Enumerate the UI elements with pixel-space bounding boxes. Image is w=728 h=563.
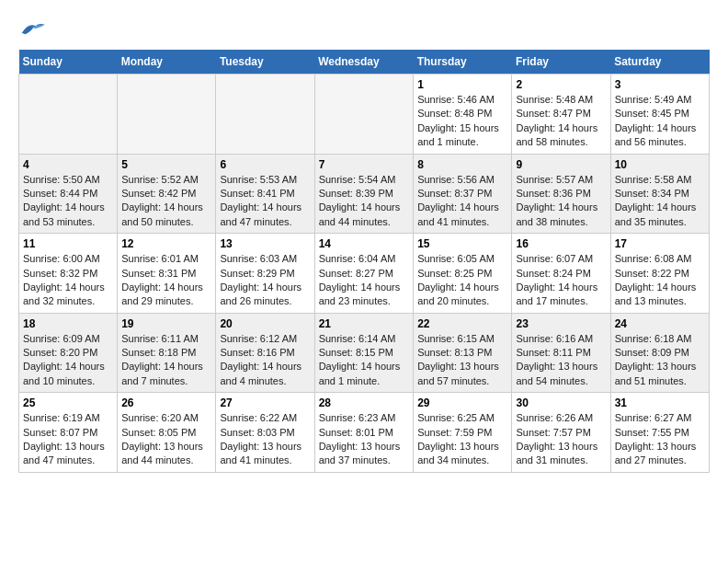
day-info: Sunrise: 6:16 AM Sunset: 8:11 PM Dayligh… [516,332,606,389]
weekday-header-monday: Monday [118,50,216,75]
day-info: Sunrise: 6:18 AM Sunset: 8:09 PM Dayligh… [615,332,705,389]
day-info: Sunrise: 6:08 AM Sunset: 8:22 PM Dayligh… [615,252,705,309]
calendar-day: 12Sunrise: 6:01 AM Sunset: 8:31 PM Dayli… [118,234,216,314]
calendar-day: 28Sunrise: 6:23 AM Sunset: 8:01 PM Dayli… [314,393,414,473]
day-info: Sunrise: 6:19 AM Sunset: 8:07 PM Dayligh… [23,411,113,468]
day-number: 4 [23,158,113,171]
calendar-table: SundayMondayTuesdayWednesdayThursdayFrid… [18,50,710,473]
calendar-day: 11Sunrise: 6:00 AM Sunset: 8:32 PM Dayli… [19,234,118,314]
calendar-day: 6Sunrise: 5:53 AM Sunset: 8:41 PM Daylig… [216,154,314,234]
day-info: Sunrise: 6:25 AM Sunset: 7:59 PM Dayligh… [417,411,507,468]
day-number: 2 [516,78,606,91]
day-info: Sunrise: 6:03 AM Sunset: 8:29 PM Dayligh… [220,252,310,309]
calendar-week-4: 18Sunrise: 6:09 AM Sunset: 8:20 PM Dayli… [19,313,710,393]
day-number: 31 [615,396,705,409]
calendar-day: 16Sunrise: 6:07 AM Sunset: 8:24 PM Dayli… [512,234,610,314]
weekday-header-thursday: Thursday [414,50,512,75]
calendar-day: 24Sunrise: 6:18 AM Sunset: 8:09 PM Dayli… [610,313,709,393]
calendar-day: 2Sunrise: 5:48 AM Sunset: 8:47 PM Daylig… [512,75,610,155]
calendar-day: 21Sunrise: 6:14 AM Sunset: 8:15 PM Dayli… [314,313,414,393]
weekday-header-saturday: Saturday [610,50,709,75]
day-number: 13 [220,237,310,250]
calendar-day: 17Sunrise: 6:08 AM Sunset: 8:22 PM Dayli… [610,234,709,314]
day-number: 15 [417,237,507,250]
day-number: 12 [121,237,211,250]
day-number: 21 [319,317,410,330]
day-info: Sunrise: 5:48 AM Sunset: 8:47 PM Dayligh… [516,93,606,150]
calendar-day: 29Sunrise: 6:25 AM Sunset: 7:59 PM Dayli… [414,393,512,473]
day-number: 16 [516,237,606,250]
day-info: Sunrise: 6:11 AM Sunset: 8:18 PM Dayligh… [121,332,211,389]
day-info: Sunrise: 5:56 AM Sunset: 8:37 PM Dayligh… [417,173,507,230]
calendar-day: 19Sunrise: 6:11 AM Sunset: 8:18 PM Dayli… [118,313,216,393]
calendar-day: 1Sunrise: 5:46 AM Sunset: 8:48 PM Daylig… [414,75,512,155]
day-number: 29 [417,396,507,409]
day-number: 6 [220,158,310,171]
day-number: 8 [417,158,507,171]
calendar-day: 31Sunrise: 6:27 AM Sunset: 7:55 PM Dayli… [610,393,709,473]
day-number: 14 [319,237,410,250]
day-number: 9 [516,158,606,171]
weekday-header-friday: Friday [512,50,610,75]
day-number: 26 [121,396,211,409]
day-info: Sunrise: 6:26 AM Sunset: 7:57 PM Dayligh… [516,411,606,468]
day-number: 10 [615,158,705,171]
calendar-day [19,75,118,155]
calendar-day: 23Sunrise: 6:16 AM Sunset: 8:11 PM Dayli… [512,313,610,393]
calendar-day [314,75,414,155]
day-number: 17 [615,237,705,250]
day-info: Sunrise: 5:46 AM Sunset: 8:48 PM Dayligh… [417,93,507,150]
calendar-week-3: 11Sunrise: 6:00 AM Sunset: 8:32 PM Dayli… [19,234,710,314]
day-number: 3 [615,78,705,91]
day-number: 23 [516,317,606,330]
day-number: 5 [121,158,211,171]
day-info: Sunrise: 6:12 AM Sunset: 8:16 PM Dayligh… [220,332,310,389]
calendar-day: 15Sunrise: 6:05 AM Sunset: 8:25 PM Dayli… [414,234,512,314]
calendar-day: 25Sunrise: 6:19 AM Sunset: 8:07 PM Dayli… [19,393,118,473]
weekday-header-wednesday: Wednesday [314,50,414,75]
day-info: Sunrise: 5:53 AM Sunset: 8:41 PM Dayligh… [220,173,310,230]
day-info: Sunrise: 6:04 AM Sunset: 8:27 PM Dayligh… [319,252,410,309]
day-number: 24 [615,317,705,330]
calendar-day: 27Sunrise: 6:22 AM Sunset: 8:03 PM Dayli… [216,393,314,473]
day-info: Sunrise: 6:27 AM Sunset: 7:55 PM Dayligh… [615,411,705,468]
day-info: Sunrise: 6:15 AM Sunset: 8:13 PM Dayligh… [417,332,507,389]
weekday-header-row: SundayMondayTuesdayWednesdayThursdayFrid… [19,50,710,75]
day-info: Sunrise: 6:14 AM Sunset: 8:15 PM Dayligh… [319,332,410,389]
day-info: Sunrise: 6:07 AM Sunset: 8:24 PM Dayligh… [516,252,606,309]
calendar-day: 9Sunrise: 5:57 AM Sunset: 8:36 PM Daylig… [512,154,610,234]
calendar-day: 4Sunrise: 5:50 AM Sunset: 8:44 PM Daylig… [19,154,118,234]
day-info: Sunrise: 6:09 AM Sunset: 8:20 PM Dayligh… [23,332,113,389]
calendar-day [216,75,314,155]
day-number: 20 [220,317,310,330]
day-number: 27 [220,396,310,409]
calendar-day: 14Sunrise: 6:04 AM Sunset: 8:27 PM Dayli… [314,234,414,314]
day-number: 30 [516,396,606,409]
day-info: Sunrise: 6:20 AM Sunset: 8:05 PM Dayligh… [121,411,211,468]
calendar-day: 10Sunrise: 5:58 AM Sunset: 8:34 PM Dayli… [610,154,709,234]
calendar-week-5: 25Sunrise: 6:19 AM Sunset: 8:07 PM Dayli… [19,393,710,473]
day-info: Sunrise: 6:05 AM Sunset: 8:25 PM Dayligh… [417,252,507,309]
calendar-day: 30Sunrise: 6:26 AM Sunset: 7:57 PM Dayli… [512,393,610,473]
day-number: 19 [121,317,211,330]
day-info: Sunrise: 6:23 AM Sunset: 8:01 PM Dayligh… [319,411,410,468]
day-info: Sunrise: 6:00 AM Sunset: 8:32 PM Dayligh… [23,252,113,309]
calendar-week-1: 1Sunrise: 5:46 AM Sunset: 8:48 PM Daylig… [19,75,710,155]
calendar-day: 20Sunrise: 6:12 AM Sunset: 8:16 PM Dayli… [216,313,314,393]
day-number: 11 [23,237,113,250]
calendar-day: 22Sunrise: 6:15 AM Sunset: 8:13 PM Dayli… [414,313,512,393]
day-number: 25 [23,396,113,409]
logo-bird-icon [18,18,46,40]
day-number: 22 [417,317,507,330]
calendar-day: 26Sunrise: 6:20 AM Sunset: 8:05 PM Dayli… [118,393,216,473]
day-number: 18 [23,317,113,330]
day-info: Sunrise: 5:50 AM Sunset: 8:44 PM Dayligh… [23,173,113,230]
day-number: 7 [319,158,410,171]
day-number: 28 [319,396,410,409]
weekday-header-tuesday: Tuesday [216,50,314,75]
day-number: 1 [417,78,507,91]
day-info: Sunrise: 5:58 AM Sunset: 8:34 PM Dayligh… [615,173,705,230]
day-info: Sunrise: 5:54 AM Sunset: 8:39 PM Dayligh… [319,173,410,230]
calendar-week-2: 4Sunrise: 5:50 AM Sunset: 8:44 PM Daylig… [19,154,710,234]
day-info: Sunrise: 6:22 AM Sunset: 8:03 PM Dayligh… [220,411,310,468]
